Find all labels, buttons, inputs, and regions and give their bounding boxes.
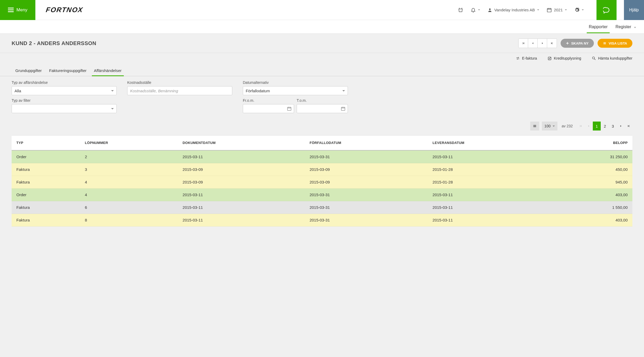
notifications-dropdown[interactable] [471,7,480,13]
table-cell: 2015-03-09 [305,163,428,176]
first-button[interactable] [519,39,528,48]
credit-check-link[interactable]: Kreditupplysning [548,56,581,60]
table-cell: 31 250,00 [551,150,632,163]
table-cell: 2015-03-11 [178,189,305,201]
chevron-down-icon [111,108,114,109]
tab-basic[interactable]: Grunduppgifter [15,65,42,76]
to-label: T.o.m. [297,98,348,103]
calendar-icon [287,106,292,111]
page-prev-button[interactable] [585,122,592,131]
table-cell: 1 550,00 [551,201,632,214]
company-dropdown[interactable]: Vandelay Industries AB [487,8,539,12]
table-cell: 2015-03-09 [305,176,428,189]
filter-type-select[interactable] [12,104,117,113]
year-label: 2021 [554,8,563,12]
table-cell: 2015-03-31 [305,189,428,201]
cost-center-input[interactable] [130,89,229,93]
tab-events[interactable]: Affärshändelser [94,65,122,76]
calendar-icon [341,106,345,111]
subnav-register[interactable]: Register [615,21,636,33]
help-button[interactable]: Hjälp [624,0,644,20]
einvoice-link[interactable]: E-faktura [516,56,537,60]
table-row[interactable]: Order42015-03-112015-03-312015-03-11403,… [12,189,632,201]
filter-type-label: Typ av filter [12,98,117,103]
table-cell: 2015-03-11 [428,189,551,201]
date-alt-label: Datumalternativ [243,80,348,85]
last-button[interactable] [547,39,557,48]
table-row[interactable]: Faktura32015-03-092015-03-092015-01-2845… [12,163,632,176]
year-dropdown[interactable]: 2021 [547,7,567,13]
page-2-button[interactable]: 2 [601,122,609,131]
event-type-label: Typ av affärshändelse [12,80,117,85]
event-type-select[interactable]: Alla [12,86,117,95]
list-icon [603,42,607,45]
cost-center-label: Kostnadsställe [127,80,232,85]
table-cell: Faktura [12,214,80,226]
table-cell: 4 [80,176,178,189]
show-list-button[interactable]: VISA LISTA [598,39,632,48]
table-cell: Faktura [12,201,80,214]
svg-point-3 [593,57,595,59]
subnav-reports[interactable]: Rapporter [589,21,608,33]
search-icon [592,56,596,60]
col-document-date[interactable]: DOKUMENTDATUM [178,136,305,151]
col-due-date[interactable]: FÖRFALLODATUM [305,136,428,151]
chevron-down-icon [342,90,345,91]
page-next-button[interactable] [617,122,624,131]
transfer-icon [516,56,520,60]
hamburger-icon [8,8,14,12]
svg-rect-1 [547,8,551,12]
create-new-button[interactable]: SKAPA NY [561,39,594,48]
fetch-customer-link[interactable]: Hämta kunduppgifter [592,56,632,60]
chat-icon [603,7,610,13]
shop-icon[interactable] [458,7,463,13]
col-delivery-date[interactable]: LEVERANSDATUM [428,136,551,151]
table-cell: 2015-03-11 [428,150,551,163]
table-cell: Order [12,189,80,201]
next-button[interactable] [538,39,547,48]
table-cell: 450,00 [551,163,632,176]
page-1-button[interactable]: 1 [593,122,601,131]
table-row[interactable]: Faktura62015-03-112015-03-312015-03-111 … [12,201,632,214]
chevron-down-icon [553,126,555,127]
chevron-down-icon [111,90,114,91]
settings-dropdown[interactable] [574,7,584,13]
table-row[interactable]: Faktura42015-03-092015-03-092015-01-2894… [12,176,632,189]
chevron-down-icon [634,27,636,28]
page-size-select[interactable]: 100 [542,122,557,131]
user-icon [487,8,492,12]
page-3-button[interactable]: 3 [609,122,617,131]
col-type[interactable]: TYP [12,136,80,151]
table-cell: 2015-03-11 [428,201,551,214]
tab-invoicing[interactable]: Faktureringsuppgifter [49,65,87,76]
to-date-input[interactable] [297,104,348,113]
check-square-icon [548,56,552,60]
table-cell: 2015-03-31 [305,150,428,163]
table-cell: 6 [80,201,178,214]
table-cell: 403,00 [551,189,632,201]
table-cell: 3 [80,163,178,176]
table-row[interactable]: Faktura82015-03-112015-03-312015-03-1140… [12,214,632,226]
table-cell: 2015-03-09 [178,163,305,176]
logo: FORTNOX [45,6,84,14]
menu-button[interactable]: Meny [0,0,35,20]
page-last-button[interactable] [625,122,632,131]
table-row[interactable]: Order22015-03-112015-03-312015-03-1131 2… [12,150,632,163]
calendar-icon [547,7,552,13]
menu-label: Meny [16,7,27,13]
from-date-input[interactable] [243,104,294,113]
record-nav [518,38,557,48]
chevron-down-icon [582,9,584,11]
table-cell: 4 [80,189,178,201]
cost-center-input-wrap [127,86,232,95]
date-alt-select[interactable]: Förfallodatum [243,86,348,95]
page-first-button[interactable] [577,122,584,131]
prev-button[interactable] [528,39,538,48]
col-amount[interactable]: BELOPP [551,136,632,151]
table-cell: 2015-01-28 [428,163,551,176]
columns-button[interactable] [530,122,539,131]
from-label: Fr.o.m. [243,98,294,103]
table-cell: 403,00 [551,214,632,226]
chat-button[interactable] [596,0,617,20]
col-number[interactable]: LÖPNUMMER [80,136,178,151]
